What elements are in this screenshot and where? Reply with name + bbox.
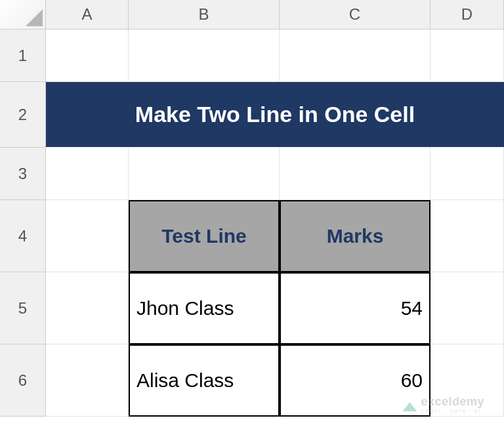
row-header-3[interactable]: 3 [0,148,46,200]
col-header-a[interactable]: A [46,0,129,30]
select-all-corner[interactable] [0,0,46,30]
cell-c3[interactable] [280,148,430,200]
table-header-marks[interactable]: Marks [280,200,430,272]
cell-a5[interactable] [46,272,129,344]
table-row-marks[interactable]: 54 [280,272,430,344]
cell-a1[interactable] [46,30,129,82]
cell-d5[interactable] [430,272,504,344]
cell-a4[interactable] [46,200,129,272]
cell-b1[interactable] [129,30,280,82]
row-header-6[interactable]: 6 [0,344,46,417]
row-header-5[interactable]: 5 [0,272,46,344]
col-header-c[interactable]: C [280,0,430,30]
table-row-name[interactable]: Alisa Class [129,344,280,417]
col-header-d[interactable]: D [430,0,504,30]
title-merged-cell[interactable]: Make Two Line in One Cell [46,82,504,148]
cell-d3[interactable] [430,148,504,200]
watermark-main: exceldemy [421,395,484,409]
cell-b3[interactable] [129,148,280,200]
table-row-name[interactable]: Jhon Class [129,272,280,344]
watermark-logo-icon [402,397,417,411]
cell-a6[interactable] [46,344,129,417]
watermark-sub: EXCEL · DATA · BI [421,409,484,413]
cell-d1[interactable] [430,30,504,82]
spreadsheet-grid: A B C D 1 2 Make Two Line in One Cell 3 … [0,0,504,417]
row-header-4[interactable]: 4 [0,200,46,272]
row-header-1[interactable]: 1 [0,30,46,82]
cell-c1[interactable] [280,30,430,82]
table-header-testline[interactable]: Test Line [129,200,280,272]
row-header-2[interactable]: 2 [0,82,46,148]
col-header-b[interactable]: B [129,0,280,30]
watermark-text: exceldemy EXCEL · DATA · BI [421,395,484,413]
cell-d4[interactable] [430,200,504,272]
cell-a3[interactable] [46,148,129,200]
watermark: exceldemy EXCEL · DATA · BI [402,395,484,413]
